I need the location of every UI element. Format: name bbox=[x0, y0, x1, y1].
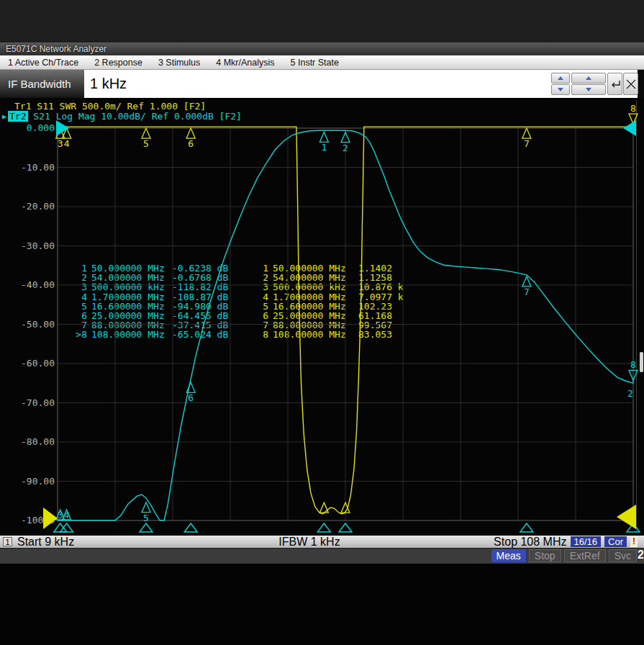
window-title: E5071C Network Analyzer bbox=[6, 44, 106, 54]
spin-up-small-button[interactable] bbox=[551, 73, 570, 84]
stop-frequency-group: Stop 108 MHz 16/16 Cor ! bbox=[494, 536, 638, 548]
channel-number-badge: 1 bbox=[3, 537, 12, 546]
e5071c-screen: { "window": { "title": "E5071C Network A… bbox=[0, 0, 644, 645]
clipped-status-text: 2 bbox=[638, 549, 644, 561]
close-entry-button[interactable] bbox=[623, 73, 638, 95]
menu-active-ch-trace[interactable]: 1 Active Ch/Trace bbox=[0, 55, 86, 70]
stop-frequency-label: Stop 108 MHz bbox=[494, 536, 566, 549]
menu-instr-state[interactable]: 5 Instr State bbox=[283, 55, 347, 70]
desktop-background-top bbox=[0, 0, 644, 42]
marker-row: 3500.00000 kHz-118.82 dB bbox=[75, 282, 228, 292]
trace2-header: ▶ Tr2 S21 Log Mag 10.00dB/ Ref 0.000dB [… bbox=[2, 111, 242, 122]
window-title-bar[interactable]: E5071C Network Analyzer bbox=[0, 42, 644, 55]
instrument-status-group: Meas Stop ExtRef Svc bbox=[491, 549, 637, 562]
enter-button[interactable] bbox=[607, 73, 622, 95]
y-axis-label: -90.00 bbox=[1, 476, 55, 487]
arrow-down-icon bbox=[558, 88, 563, 91]
correction-badge: Cor bbox=[604, 536, 627, 547]
menu-mkr-analysis[interactable]: 4 Mkr/Analysis bbox=[208, 55, 282, 70]
y-axis-label: -80.00 bbox=[1, 436, 55, 447]
screen-right-divider bbox=[636, 101, 637, 533]
svc-badge: Svc bbox=[609, 549, 637, 562]
y-axis-label: -70.00 bbox=[1, 397, 55, 408]
points-badge: 16/16 bbox=[571, 536, 602, 547]
y-axis-label: -20.00 bbox=[1, 201, 55, 212]
scrollbar-thumb[interactable] bbox=[640, 352, 643, 372]
trace2-active-badge[interactable]: Tr2 bbox=[8, 111, 27, 122]
meas-status-badge: Meas bbox=[491, 549, 526, 562]
sweep-stop-badge: Stop bbox=[529, 549, 561, 562]
arrow-down-icon bbox=[586, 88, 591, 91]
ifbw-label: IFBW 1 kHz bbox=[237, 536, 381, 548]
extref-badge: ExtRef bbox=[564, 549, 606, 562]
menu-response[interactable]: 2 Response bbox=[86, 55, 150, 70]
spin-down-large-button[interactable] bbox=[571, 84, 606, 95]
marker-row: 3500.00000 kHz10.876 k bbox=[256, 282, 404, 292]
y-axis-label: -60.00 bbox=[1, 358, 55, 369]
marker-table-tr1: 150.000000 MHz1.1402254.000000 MHz1.1258… bbox=[256, 263, 404, 340]
spin-up-large-button[interactable] bbox=[571, 73, 606, 84]
trace2-header-text: S21 Log Mag 10.00dB/ Ref 0.000dB [F2] bbox=[28, 111, 242, 122]
y-axis-label: -30.00 bbox=[1, 240, 55, 251]
y-axis-label: -40.00 bbox=[1, 279, 55, 290]
y-axis-label: -10.00 bbox=[1, 162, 55, 173]
menu-stimulus[interactable]: 3 Stimulus bbox=[150, 55, 208, 70]
start-frequency-label: Start 9 kHz bbox=[17, 536, 74, 548]
active-trace-arrow-icon: ▶ bbox=[2, 112, 6, 120]
marker-table-tr2: 150.000000 MHz-0.6238 dB254.000000 MHz-0… bbox=[75, 263, 228, 340]
arrow-up-icon bbox=[558, 76, 563, 80]
marker-row: >8108.00000 MHz-65.024 dB bbox=[75, 330, 228, 339]
close-icon bbox=[625, 78, 637, 90]
y-axis-label: -100.0 bbox=[1, 515, 55, 526]
marker-row: 8108.00000 MHz83.053 bbox=[256, 330, 404, 339]
trace1-header: Tr1 S11 SWR 500.0m/ Ref 1.000 [F2] bbox=[14, 101, 206, 112]
marker-row: 41.7000000 MHz7.0977 k bbox=[256, 292, 404, 302]
menu-bar: 1 Active Ch/Trace 2 Response 3 Stimulus … bbox=[0, 55, 644, 70]
spin-down-small-button[interactable] bbox=[551, 84, 570, 95]
y-axis-label: -50.00 bbox=[1, 319, 55, 330]
marker-row: 41.7000000 MHz-108.87 dB bbox=[75, 292, 228, 302]
arrow-up-icon bbox=[586, 76, 591, 80]
alert-badge: ! bbox=[630, 536, 638, 547]
if-bandwidth-value: 1 kHz bbox=[90, 76, 127, 91]
enter-icon bbox=[609, 78, 621, 90]
y-axis-label: 0.000 bbox=[1, 122, 55, 133]
entry-field-label: IF Bandwidth bbox=[0, 70, 84, 98]
desktop-background-bottom bbox=[0, 564, 644, 645]
